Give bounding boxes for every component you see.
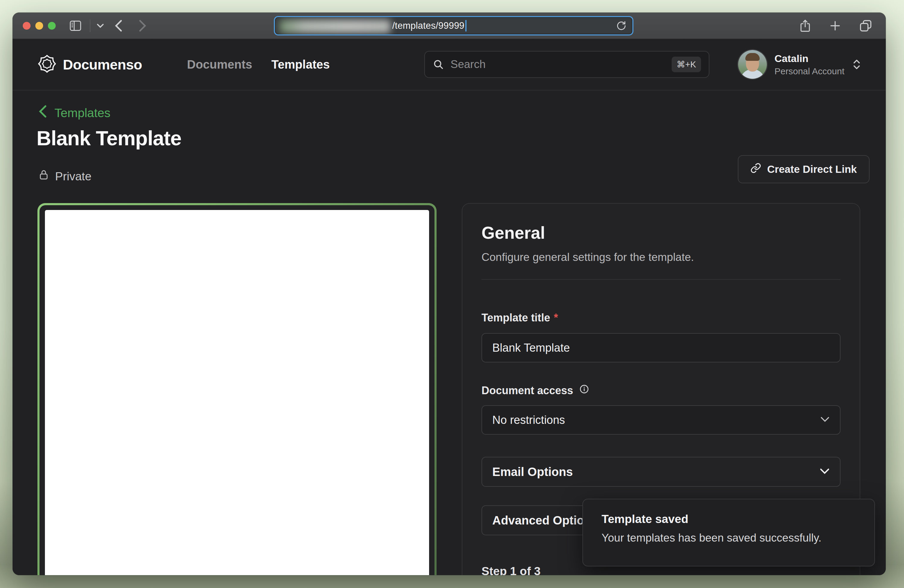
search-input[interactable] <box>450 58 665 71</box>
document-access-select[interactable]: No restrictions <box>482 405 841 435</box>
app-content: Documenso Documents Templates ⌘+K <box>13 39 886 575</box>
user-name: Catalin <box>774 53 844 65</box>
user-menu[interactable]: Catalin Personal Account <box>738 50 861 79</box>
close-window-button[interactable] <box>23 22 30 30</box>
documenso-logo[interactable]: Documenso <box>37 54 142 75</box>
toast-message: Your templates has been saved successful… <box>602 532 856 544</box>
document-access-label: Document access <box>482 384 841 397</box>
toast[interactable]: Template saved Your templates has been s… <box>582 499 875 566</box>
window-controls <box>23 22 56 30</box>
document-preview <box>38 203 436 575</box>
tab-overview-icon[interactable] <box>859 19 872 33</box>
document-access-value: No restrictions <box>492 414 565 427</box>
logo-text: Documenso <box>63 56 142 73</box>
app-header: Documenso Documents Templates ⌘+K <box>13 39 886 90</box>
url-path-text[interactable]: /templates/99999 <box>392 21 465 31</box>
panel-description: Configure general settings for the templ… <box>482 251 841 264</box>
search-icon <box>433 59 444 70</box>
template-title-label: Template title * <box>482 311 841 324</box>
new-tab-icon[interactable] <box>829 19 841 32</box>
required-asterisk: * <box>554 311 558 324</box>
text-caret <box>465 20 466 32</box>
forward-button-icon[interactable] <box>138 19 147 32</box>
info-icon[interactable] <box>579 384 589 397</box>
main-nav: Documents Templates <box>187 58 330 71</box>
documenso-logo-icon <box>37 54 57 75</box>
lock-icon <box>38 169 49 183</box>
url-bar[interactable]: /templates/99999 <box>274 16 633 35</box>
document-page[interactable] <box>45 210 429 575</box>
reload-icon[interactable] <box>616 17 627 35</box>
toolbar-divider <box>90 19 90 32</box>
panel-divider <box>482 279 841 280</box>
create-direct-link-label: Create Direct Link <box>767 163 857 175</box>
page-title: Blank Template <box>36 126 182 150</box>
user-account-type: Personal Account <box>774 66 844 76</box>
back-link[interactable]: Templates <box>38 105 111 121</box>
back-button-icon[interactable] <box>114 19 123 32</box>
visibility-label: Private <box>55 170 91 183</box>
nav-item-templates[interactable]: Templates <box>271 58 330 71</box>
sidebar-toggle-icon[interactable] <box>69 20 82 32</box>
blurred-domain <box>280 20 390 33</box>
desktop-background: { "browser": { "url_path": "/templates/9… <box>0 0 904 588</box>
search-bar[interactable]: ⌘+K <box>424 51 710 78</box>
chevron-left-icon <box>38 105 47 121</box>
browser-window: /templates/99999 <box>13 13 886 575</box>
visibility-row: Private <box>38 169 91 183</box>
accordion-email-options[interactable]: Email Options <box>482 457 841 487</box>
chevron-down-icon[interactable] <box>96 23 104 28</box>
template-title-input[interactable] <box>482 333 841 362</box>
panel-heading: General <box>482 223 841 243</box>
minimize-window-button[interactable] <box>35 22 43 30</box>
link-icon <box>751 163 761 176</box>
maximize-window-button[interactable] <box>48 22 56 30</box>
toast-title: Template saved <box>602 512 856 526</box>
nav-item-documents[interactable]: Documents <box>187 58 253 71</box>
shortcut-badge: ⌘+K <box>672 57 701 72</box>
chevron-down-icon <box>820 468 830 476</box>
avatar <box>738 50 767 79</box>
browser-toolbar: /templates/99999 <box>13 13 886 39</box>
chevron-down-icon <box>820 416 830 424</box>
share-icon[interactable] <box>799 19 811 33</box>
create-direct-link-button[interactable]: Create Direct Link <box>738 155 869 183</box>
back-link-label: Templates <box>54 106 111 120</box>
chevrons-up-down-icon <box>852 59 861 70</box>
